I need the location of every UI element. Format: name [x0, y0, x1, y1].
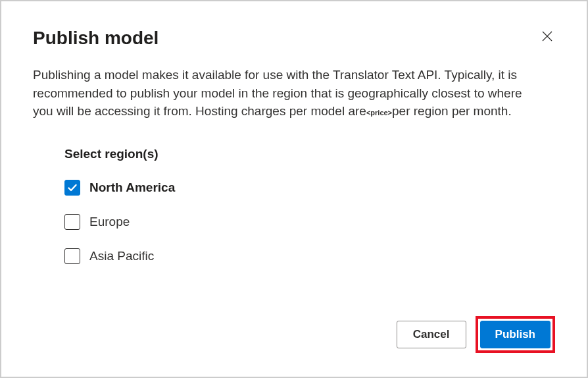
region-option-europe[interactable]: Europe — [64, 214, 555, 230]
cancel-button[interactable]: Cancel — [397, 321, 466, 348]
dialog-description: Publishing a model makes it available fo… — [33, 66, 533, 121]
close-button[interactable] — [539, 28, 555, 46]
region-option-asia-pacific[interactable]: Asia Pacific — [64, 248, 555, 264]
regions-section: Select region(s) North America Europe As… — [64, 147, 555, 264]
checkbox-checked-icon — [64, 180, 80, 196]
region-label: North America — [89, 180, 175, 195]
regions-label: Select region(s) — [64, 147, 555, 161]
dialog-footer: Cancel Publish — [397, 316, 555, 353]
region-option-north-america[interactable]: North America — [64, 180, 555, 196]
checkbox-unchecked-icon — [64, 214, 80, 230]
publish-button[interactable]: Publish — [480, 321, 551, 348]
highlight-box: Publish — [476, 316, 555, 353]
region-label: Europe — [89, 215, 130, 229]
region-label: Asia Pacific — [89, 249, 154, 263]
checkbox-unchecked-icon — [64, 248, 80, 264]
dialog-title: Publish model — [33, 28, 159, 49]
close-icon — [542, 30, 552, 44]
